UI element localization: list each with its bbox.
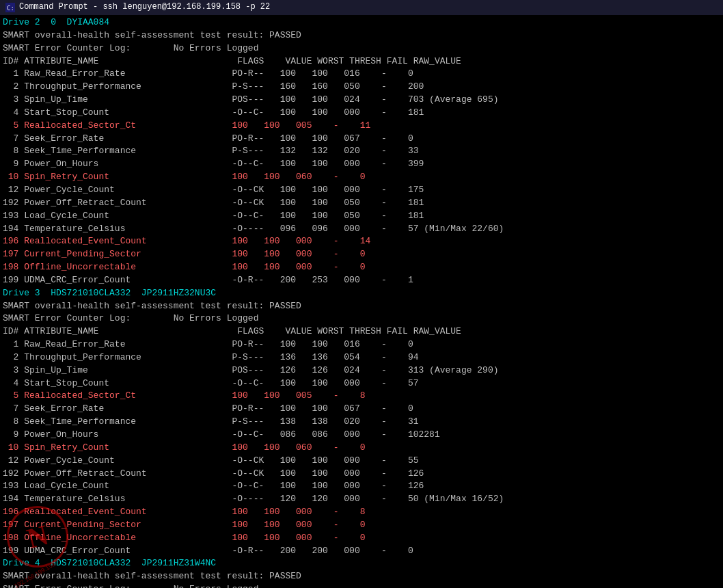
terminal-line: 194 Temperature_Celsius -O---- 096 096 0… [3,223,720,236]
terminal-output: Drive 2 0 DYIAA084SMART overall-health s… [3,16,720,588]
terminal-line: 3 Spin_Up_Time POS--- 126 126 024 - 313 … [3,364,720,377]
terminal-line: SMART overall-health self-assessment tes… [3,29,720,42]
title-bar: C: Command Prompt - ssh lenguyen@192.168… [0,0,723,15]
terminal-line: Drive 4 HDS721010CLA332 JP2911HZ31W4NC [3,557,720,570]
terminal-line: 194 Temperature_Celsius -O---- 120 120 0… [3,493,720,506]
terminal-line: 196 Reallocated_Event_Count 100 100 000 … [3,506,720,519]
terminal-line: 5 Reallocated_Sector_Ct 100 100 005 - 11 [3,120,720,133]
terminal-line: 192 Power_Off_Retract_Count -O--CK 100 1… [3,468,720,481]
terminal-line: 197 Current_Pending_Sector 100 100 000 -… [3,519,720,532]
cmd-icon: C: [5,3,15,12]
terminal-line: 7 Seek_Error_Rate PO-R-- 100 100 067 - 0 [3,403,720,416]
terminal-line: 4 Start_Stop_Count -O--C- 100 100 000 - … [3,107,720,120]
terminal-line: Drive 2 0 DYIAA084 [3,16,720,29]
terminal-line: 9 Power_On_Hours -O--C- 086 086 000 - 10… [3,429,720,442]
terminal-line: SMART overall-health self-assessment tes… [3,570,720,583]
terminal-line: SMART Error Counter Log: No Errors Logge… [3,42,720,55]
terminal-line: 12 Power_Cycle_Count -O--CK 100 100 000 … [3,184,720,197]
terminal-line: 198 Offline_Uncorrectable 100 100 000 - … [3,532,720,545]
terminal-line: 192 Power_Off_Retract_Count -O--CK 100 1… [3,197,720,210]
terminal-line: ID# ATTRIBUTE_NAME FLAGS VALUE WORST THR… [3,325,720,338]
terminal-line: 197 Current_Pending_Sector 100 100 000 -… [3,248,720,261]
svg-text:C:: C: [7,5,14,12]
terminal-line: 1 Raw_Read_Error_Rate PO-R-- 100 100 016… [3,68,720,81]
terminal-line: 196 Reallocated_Event_Count 100 100 000 … [3,235,720,248]
terminal-line: 199 UDMA_CRC_Error_Count -O-R-- 200 200 … [3,545,720,558]
terminal-line: 5 Reallocated_Sector_Ct 100 100 005 - 8 [3,390,720,403]
terminal-line: SMART Error Counter Log: No Errors Logge… [3,312,720,325]
terminal-line: Drive 3 HDS721010CLA332 JP2911HZ32NU3C [3,287,720,300]
terminal: Drive 2 0 DYIAA084SMART overall-health s… [0,15,723,588]
terminal-line: SMART overall-health self-assessment tes… [3,300,720,313]
terminal-line: 1 Raw_Read_Error_Rate PO-R-- 100 100 016… [3,338,720,351]
terminal-line: ID# ATTRIBUTE_NAME FLAGS VALUE WORST THR… [3,55,720,68]
terminal-line: 2 Throughput_Performance P-S--- 136 136 … [3,351,720,364]
title-text: Command Prompt - ssh lenguyen@192.168.19… [19,1,270,13]
terminal-line: 10 Spin_Retry_Count 100 100 060 - 0 [3,442,720,455]
terminal-line: 8 Seek_Time_Performance P-S--- 138 138 0… [3,416,720,429]
terminal-line: 10 Spin_Retry_Count 100 100 060 - 0 [3,171,720,184]
terminal-line: SMART Error Counter Log: No Errors Logge… [3,583,720,588]
terminal-line: 2 Throughput_Performance P-S--- 160 160 … [3,81,720,94]
terminal-line: 198 Offline_Uncorrectable 100 100 000 - … [3,261,720,274]
terminal-line: 8 Seek_Time_Performance P-S--- 132 132 0… [3,145,720,158]
terminal-line: 193 Load_Cycle_Count -O--C- 100 100 050 … [3,210,720,223]
terminal-line: 4 Start_Stop_Count -O--C- 100 100 000 - … [3,377,720,390]
terminal-line: 9 Power_On_Hours -O--C- 100 100 000 - 39… [3,158,720,171]
terminal-line: 7 Seek_Error_Rate PO-R-- 100 100 067 - 0 [3,133,720,146]
terminal-line: 3 Spin_Up_Time POS--- 100 100 024 - 703 … [3,94,720,107]
terminal-line: 199 UDMA_CRC_Error_Count -O-R-- 200 253 … [3,274,720,287]
terminal-line: 12 Power_Cycle_Count -O--CK 100 100 000 … [3,455,720,468]
terminal-line: 193 Load_Cycle_Count -O--C- 100 100 000 … [3,480,720,493]
